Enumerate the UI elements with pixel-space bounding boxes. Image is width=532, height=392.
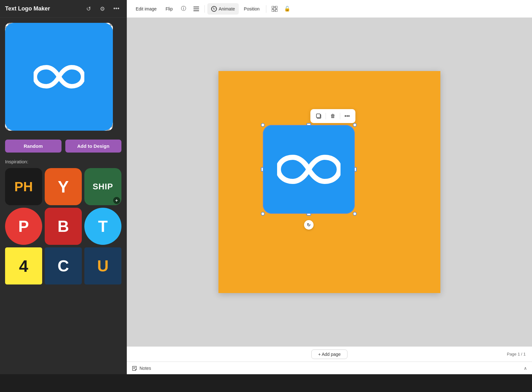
notes-label: Notes [139,366,151,371]
position-button[interactable]: Position [240,3,263,15]
inspiration-grid: PH Y SHIP + P B [5,168,121,284]
handle-bottom-left[interactable] [261,212,265,216]
list-item[interactable]: U [84,247,121,284]
notes-icon [132,366,137,371]
svg-rect-3 [272,6,274,8]
handle-mid-top[interactable] [307,123,311,126]
svg-rect-2 [193,10,199,11]
preview-image [5,23,113,131]
list-item[interactable]: 4 [5,247,42,284]
preview-image-container [5,23,113,131]
list-item[interactable]: C [45,247,82,284]
grid-icon[interactable] [269,3,280,15]
notes-bar: Notes ∧ [127,362,532,374]
handle-mid-bottom[interactable] [307,213,311,216]
canvas-scroll[interactable]: 🗑 ••• [127,18,532,346]
rotate-handle[interactable]: ↻ [304,220,314,230]
add-page-button[interactable]: + Add page [311,350,347,359]
svg-rect-5 [272,10,274,12]
handle-top-left[interactable] [261,123,265,127]
notes-chevron[interactable]: ∧ [524,366,527,371]
inspiration-label: Inspiration: [5,159,121,164]
settings-icon[interactable]: ⚙ [97,4,107,14]
svg-rect-1 [193,9,199,9]
info-icon[interactable]: ⓘ [178,3,189,15]
page-indicator: Page 1 / 1 [507,352,526,356]
context-toolbar: 🗑 ••• [310,109,355,123]
delete-button[interactable]: 🗑 [327,110,339,122]
bottom-bar: + Add page Page 1 / 1 [127,346,532,362]
preview-area [0,18,127,136]
infinity-icon-preview [34,64,84,89]
random-button[interactable]: Random [5,140,62,153]
inspiration-section: Inspiration: PH Y SHIP + P [0,156,127,290]
list-item[interactable]: Y [45,168,82,205]
lines-icon[interactable] [191,3,202,15]
handle-bottom-right[interactable] [353,212,357,216]
edit-image-button[interactable]: Edit image [132,3,160,15]
design-canvas[interactable]: 🗑 ••• [218,71,440,293]
handle-top-right[interactable] [353,123,357,127]
canvas-area: Edit image Flip ⓘ ↻ Animate Position [127,0,532,374]
ship-plus-icon: + [113,197,120,204]
animate-button[interactable]: ↻ Animate [207,3,239,15]
flip-button[interactable]: Flip [162,3,177,15]
ctx-divider-1 [326,113,326,119]
list-item[interactable]: B [45,208,82,245]
sidebar-topbar: Text Logo Maker ↺ ⚙ ••• [0,0,127,18]
svg-rect-6 [275,10,277,12]
canvas-toolbar: Edit image Flip ⓘ ↻ Animate Position [127,0,532,18]
refresh-icon[interactable]: ↺ [83,4,94,14]
handle-mid-left[interactable] [261,167,263,172]
toolbar-divider-2 [266,5,266,13]
ctx-more-button[interactable]: ••• [341,110,353,122]
svg-rect-8 [316,114,320,118]
list-item[interactable]: P [5,208,42,245]
handle-mid-right[interactable] [354,167,357,172]
animate-icon: ↻ [211,6,217,12]
copy-button[interactable] [313,110,324,122]
selected-logo-element[interactable]: ↻ [263,125,355,214]
more-options-icon[interactable]: ••• [111,4,121,14]
list-item[interactable]: SHIP + [84,168,121,205]
selection-border [263,125,355,214]
list-item[interactable]: T [84,208,121,245]
lock-icon[interactable]: 🔓 [282,3,293,15]
svg-rect-4 [275,6,277,8]
app-title: Text Logo Maker [5,5,80,12]
sidebar: Text Logo Maker ↺ ⚙ ••• Random Add to De… [0,0,127,374]
ctx-divider-2 [340,113,340,119]
action-button-row: Random Add to Design [0,136,127,156]
list-item[interactable]: PH [5,168,42,205]
svg-rect-0 [193,7,199,7]
add-to-design-button[interactable]: Add to Design [65,140,122,153]
toolbar-divider-1 [204,5,205,13]
